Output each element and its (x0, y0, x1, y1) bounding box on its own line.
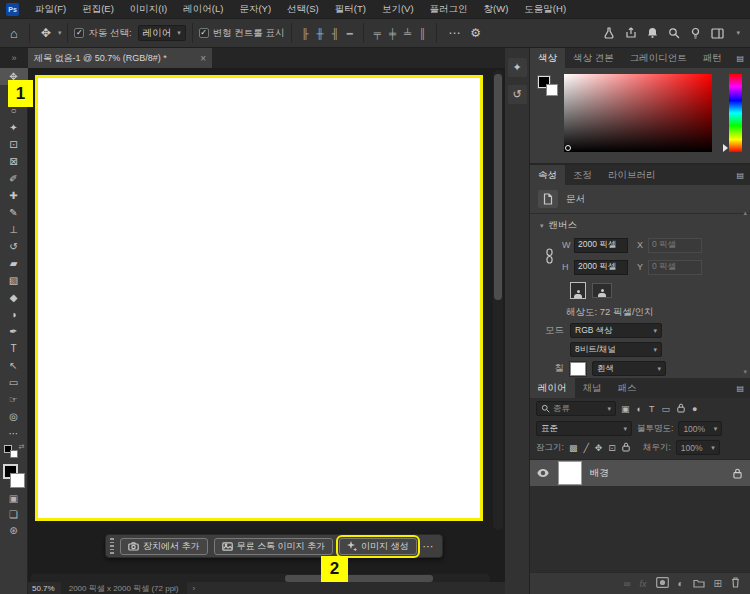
vertical-scrollbar-thumb[interactable] (494, 74, 502, 300)
lock-all-icon[interactable] (622, 442, 630, 454)
horizontal-scrollbar-thumb[interactable] (285, 575, 433, 582)
add-layer-mask-icon[interactable] (656, 577, 669, 590)
new-group-icon[interactable] (693, 578, 705, 590)
add-from-device-icon[interactable]: ⊛ (0, 522, 28, 538)
lock-position-icon[interactable]: ✥ (595, 443, 603, 453)
landscape-orientation-button[interactable] (592, 283, 612, 298)
menu-plugins[interactable]: 플러그인 (422, 0, 476, 18)
menu-filter[interactable]: 필터(T) (327, 0, 374, 18)
tab-paths[interactable]: 패스 (610, 378, 645, 398)
search-icon[interactable] (668, 27, 680, 39)
more-options-icon[interactable]: ⋯ (443, 26, 465, 40)
workspace-icon[interactable] (711, 28, 724, 39)
default-colors-control[interactable]: ⇄ (4, 445, 24, 460)
tab-libraries[interactable]: 라이브러리 (600, 165, 664, 185)
color-field-marker[interactable] (565, 145, 571, 151)
align-left-icon[interactable]: ╟ (298, 28, 313, 39)
lock-artboard-icon[interactable]: ⊡ (608, 443, 616, 453)
eyedropper-tool[interactable]: ✐ (0, 170, 28, 187)
distribute-bottom-icon[interactable]: ╧ (400, 28, 415, 39)
adjustment-layer-icon[interactable]: ◐ (678, 578, 684, 589)
crop-tool[interactable]: ⊡ (0, 136, 28, 153)
status-chevron-icon[interactable]: › (193, 584, 196, 593)
menu-type[interactable]: 문자(Y) (231, 0, 279, 18)
filter-type-layers-icon[interactable]: T (649, 404, 655, 414)
tab-patterns[interactable]: 패턴 (695, 48, 730, 68)
align-middle-icon[interactable]: ━ (343, 28, 357, 39)
drag-handle[interactable] (110, 538, 114, 554)
chevron-down-icon[interactable]: ▾ (736, 29, 740, 37)
canvas[interactable] (35, 75, 483, 521)
filter-toggle-icon[interactable]: ● (692, 404, 697, 414)
close-tab-icon[interactable]: × (200, 53, 206, 64)
shape-tool[interactable]: ▭ (0, 374, 28, 391)
object-selection-tool[interactable]: ✦ (0, 119, 28, 136)
menu-view[interactable]: 보기(V) (374, 0, 422, 18)
scroll-up-icon[interactable]: ▴ (743, 209, 747, 217)
layer-thumbnail[interactable] (558, 461, 582, 485)
panel-menu-icon[interactable]: ▤ (736, 171, 744, 180)
color-panel-swatches[interactable] (538, 76, 560, 98)
tab-properties[interactable]: 속성 (530, 165, 565, 185)
auto-select-dropdown[interactable]: 레이어 ▾ (138, 25, 186, 41)
tab-gradients[interactable]: 그레이디언트 (622, 48, 695, 68)
blend-mode-dropdown[interactable]: 표준 ▾ (536, 421, 632, 436)
menu-window[interactable]: 창(W) (476, 0, 517, 18)
portrait-orientation-button[interactable] (570, 282, 586, 299)
generate-image-button[interactable]: 이미지 생성 (339, 538, 417, 555)
background-color-swatch[interactable] (10, 473, 25, 488)
lock-image-pixels-icon[interactable]: ╱ (583, 443, 588, 453)
home-icon[interactable]: ⌂ (0, 26, 23, 41)
add-stock-image-button[interactable]: 무료 스톡 이미지 추가 (214, 538, 334, 555)
filter-shape-layers-icon[interactable]: ▭ (661, 404, 670, 414)
frame-tool[interactable]: ⊠ (0, 153, 28, 170)
color-swatches-control[interactable] (2, 464, 26, 490)
filter-smart-objects-icon[interactable] (677, 403, 685, 415)
layer-effects-icon[interactable]: fx (640, 579, 647, 589)
swap-colors-icon[interactable]: ⇄ (19, 443, 25, 451)
double-chevron-icon[interactable]: » (0, 53, 28, 68)
menu-image[interactable]: 이미지(I) (122, 0, 175, 18)
history-brush-tool[interactable]: ↺ (0, 238, 28, 255)
tab-swatches[interactable]: 색상 견본 (565, 48, 622, 68)
panel-menu-icon[interactable]: ▤ (736, 54, 744, 63)
pen-tool[interactable]: ✒ (0, 323, 28, 340)
background-color-swatch[interactable] (546, 84, 558, 96)
delete-layer-icon[interactable] (731, 577, 740, 590)
lightbulb-icon[interactable] (690, 27, 701, 39)
distribute-center-icon[interactable]: ╪ (385, 28, 400, 39)
layer-row-background[interactable]: 배경 (530, 460, 750, 486)
fill-color-swatch[interactable] (570, 362, 586, 376)
layer-visibility-toggle[interactable] (536, 469, 550, 477)
zoom-level[interactable]: 50.7% (32, 584, 55, 593)
clone-stamp-tool[interactable]: ⊥ (0, 221, 28, 238)
lock-transparent-pixels-icon[interactable]: ▩ (569, 443, 578, 453)
tab-adjustments[interactable]: 조정 (565, 165, 600, 185)
type-tool[interactable]: T (0, 340, 28, 357)
move-tool-icon[interactable]: ✥ (36, 26, 56, 40)
link-layers-icon[interactable]: ∞ (623, 578, 630, 589)
dodge-tool[interactable]: ◑ (0, 306, 28, 323)
transform-controls-checkbox[interactable]: ✓ (199, 28, 209, 38)
beta-flask-icon[interactable] (603, 27, 615, 39)
distribute-horizontal-icon[interactable]: ║ (415, 28, 430, 39)
screen-mode-button[interactable]: ❏ (0, 506, 28, 522)
history-panel-icon[interactable]: ↺ (508, 85, 527, 104)
gradient-tool[interactable]: ▧ (0, 272, 28, 289)
eraser-tool[interactable]: ▰ (0, 255, 28, 272)
tab-color[interactable]: 색상 (530, 48, 565, 68)
auto-select-checkbox[interactable]: ✓ (74, 28, 84, 38)
filter-pixel-layers-icon[interactable]: ▣ (621, 404, 630, 414)
menu-edit[interactable]: 편집(E) (74, 0, 122, 18)
gear-icon[interactable]: ⚙ (465, 26, 486, 40)
bell-icon[interactable] (647, 27, 658, 39)
menu-help[interactable]: 도움말(H) (516, 0, 574, 18)
filter-adjustment-layers-icon[interactable]: ◐ (637, 404, 642, 414)
hue-slider-marker[interactable] (723, 144, 728, 152)
add-from-device-button[interactable]: 장치에서 추가 (120, 538, 208, 555)
opacity-dropdown[interactable]: 100% ▾ (678, 421, 722, 436)
tab-layers[interactable]: 레이어 (530, 378, 575, 398)
color-mode-dropdown[interactable]: RGB 색상 ▾ (570, 323, 662, 338)
tab-channels[interactable]: 채널 (575, 378, 610, 398)
task-bar-more-icon[interactable]: ⋯ (423, 540, 434, 553)
